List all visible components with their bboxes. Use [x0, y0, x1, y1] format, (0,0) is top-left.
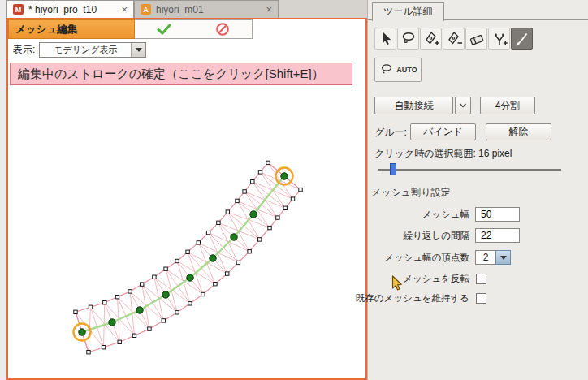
document-tabbar: M * hiyori_pro_t10 × A hiyori_m01 × — [6, 0, 367, 18]
auto-connect-dropdown-button[interactable] — [455, 97, 471, 114]
lasso-icon — [378, 62, 395, 78]
tab-hiyori-m01[interactable]: A hiyori_m01 × — [134, 0, 279, 18]
pen-add-point-icon — [422, 29, 441, 49]
pen-delete-point-icon — [444, 29, 464, 49]
stroke-confirm-banner[interactable]: 編集中のストロークの確定（ここをクリック[Shift+E]） — [10, 63, 352, 85]
mesh-edit-header: メッシュ編集 — [8, 19, 253, 39]
pen-add-point-tool-button[interactable] — [420, 28, 442, 50]
prohibition-icon — [215, 22, 230, 37]
mesh-brush-tool-button[interactable] — [511, 28, 533, 50]
cancel-button[interactable] — [209, 21, 236, 37]
animation-file-icon: A — [141, 4, 151, 15]
tab-tool-detail[interactable]: ツール詳細 — [372, 2, 444, 21]
slider-handle[interactable] — [390, 163, 396, 175]
quad-split-button[interactable]: 4分割 — [480, 97, 535, 114]
eraser-icon — [467, 29, 486, 49]
flip-mesh-checkbox[interactable] — [476, 274, 486, 284]
tab-close-icon[interactable]: × — [121, 4, 128, 15]
mesh-width-row: メッシュ幅 — [368, 207, 588, 223]
eraser-tool-button[interactable] — [465, 28, 487, 50]
tab-close-icon[interactable]: × — [266, 4, 272, 15]
repeat-interval-input[interactable] — [475, 228, 520, 243]
tab-label: * hiyori_pro_t10 — [28, 4, 116, 15]
glue-label: グルー: — [374, 126, 407, 140]
keep-existing-row: 既存のメッシュを維持する — [368, 291, 588, 307]
bind-button[interactable]: バインド — [410, 123, 476, 140]
lasso-icon — [399, 29, 418, 49]
mesh-settings-title: メッシュ割り設定 — [371, 186, 450, 200]
glue-wand-icon — [490, 29, 509, 49]
select-arrow-tool-button[interactable] — [374, 28, 396, 50]
glue-wand-tool-button[interactable] — [488, 28, 510, 50]
vertex-count-label: メッシュ幅の頂点数 — [384, 250, 469, 266]
chevron-down-icon[interactable] — [131, 43, 145, 57]
display-mode-value: モデリング表示 — [40, 44, 131, 56]
confirm-button[interactable] — [150, 21, 178, 37]
select-arrow-icon — [376, 29, 396, 49]
mesh-width-input[interactable] — [475, 207, 520, 222]
glue-row: グルー: バインド 解除 — [368, 123, 588, 140]
release-button[interactable]: 解除 — [486, 123, 551, 140]
tool-row — [374, 28, 533, 50]
repeat-interval-label: 繰り返しの間隔 — [404, 228, 469, 244]
chevron-down-icon — [459, 102, 467, 109]
keep-existing-label: 既存のメッシュを維持する — [356, 291, 469, 306]
pen-delete-point-tool-button[interactable] — [443, 28, 465, 50]
vertex-count-value[interactable]: 2 — [475, 250, 496, 265]
auto-label: AUTO — [396, 66, 417, 74]
display-mode-select[interactable]: モデリング表示 — [39, 42, 146, 58]
selection-range-label: クリック時の選択範囲: 16 pixel — [374, 147, 512, 161]
model-file-icon: M — [13, 4, 24, 15]
flip-mesh-row: メッシュを反転 — [368, 271, 588, 287]
connect-row: 自動接続 4分割 — [368, 97, 588, 114]
check-icon — [156, 23, 172, 36]
mesh-brush-icon — [512, 29, 532, 49]
mesh-edit-canvas[interactable]: メッシュ編集 表示: モデリング表示 — [6, 18, 367, 380]
display-mode-row: 表示: モデリング表示 — [8, 42, 146, 58]
tab-label: hiyori_m01 — [156, 4, 261, 15]
display-label: 表示: — [13, 43, 35, 57]
tab-hiyori-pro-t10[interactable]: M * hiyori_pro_t10 × — [6, 0, 134, 18]
vertex-count-dropdown-button[interactable] — [495, 250, 511, 265]
flip-mesh-label: メッシュを反転 — [403, 271, 469, 287]
keep-existing-checkbox[interactable] — [476, 293, 486, 304]
slider-track[interactable] — [378, 169, 561, 171]
app-window: M * hiyori_pro_t10 × A hiyori_m01 × メッシュ… — [0, 0, 588, 380]
lasso-tool-button[interactable] — [397, 28, 419, 50]
tool-detail-panel: ツール詳細 — [367, 0, 588, 380]
mesh-width-label: メッシュ幅 — [422, 207, 469, 222]
auto-connect-button[interactable]: 自動接続 — [374, 97, 453, 114]
repeat-interval-row: 繰り返しの間隔 — [368, 228, 588, 244]
vertex-count-row: メッシュ幅の頂点数 2 — [368, 250, 588, 266]
mesh-edit-actions — [135, 19, 253, 39]
tool-detail-body: AUTO 自動接続 4分割 グルー: バインド 解除 クリック時の選択範囲: 1… — [368, 19, 588, 380]
selection-range-slider[interactable] — [376, 163, 563, 176]
mesh-edit-title: メッシュ編集 — [8, 19, 135, 39]
lasso-auto-button[interactable]: AUTO — [374, 58, 422, 82]
